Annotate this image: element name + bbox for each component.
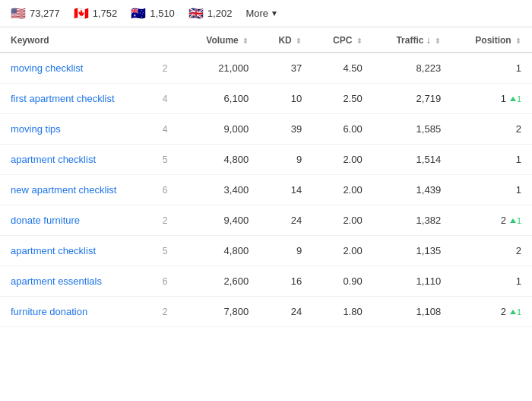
position-cell: 2 [451, 236, 532, 266]
kd-value: 24 [259, 205, 312, 236]
position-change: 1 [510, 216, 521, 225]
traffic-value: 1,514 [373, 145, 451, 175]
position-cell: 2 [451, 114, 532, 145]
keyword-cell[interactable]: apartment essentials [0, 266, 152, 297]
top-bar: 🇺🇸73,277🇨🇦1,752🇦🇺1,510🇬🇧1,202 More ▼ [0, 0, 532, 27]
table-row: moving checklist221,000374.508,2231 [0, 53, 532, 84]
position-change: 1 [510, 94, 521, 103]
col-cpc: CPC ⇕ [312, 27, 373, 53]
position-value: 1 [516, 275, 521, 287]
country-count: 1,752 [93, 8, 118, 19]
keyword-cell[interactable]: moving checklist [0, 53, 152, 84]
flag-icon: 🇬🇧 [188, 6, 204, 21]
flag-icon: 🇨🇦 [74, 6, 89, 21]
traffic-value: 1,135 [373, 236, 451, 266]
volume-sort-icon[interactable]: ⇕ [242, 37, 249, 45]
position-value: 1 [516, 62, 521, 74]
volume-value: 4,800 [183, 236, 259, 266]
up-arrow-icon [510, 310, 516, 314]
kd-sort-icon[interactable]: ⇕ [296, 37, 302, 45]
col-keyword: Keyword [0, 27, 152, 53]
keyword-cell[interactable]: donate furniture [0, 205, 152, 236]
col-count-spacer [152, 27, 183, 53]
volume-value: 6,100 [183, 84, 259, 114]
cpc-sort-icon[interactable]: ⇕ [356, 37, 363, 45]
cpc-value: 0.90 [312, 266, 373, 297]
volume-value: 2,600 [183, 266, 259, 297]
keyword-count: 2 [152, 205, 183, 236]
position-cell: 21 [451, 297, 532, 327]
change-value: 1 [517, 307, 521, 317]
col-traffic: Traffic ↓ ⇕ [373, 27, 451, 53]
kd-value: 24 [259, 297, 312, 327]
cpc-value: 4.50 [312, 53, 373, 84]
more-arrow: ▼ [271, 9, 278, 18]
country-item[interactable]: 🇺🇸73,277 [11, 6, 60, 21]
position-value: 2 [516, 123, 521, 135]
country-count: 1,510 [150, 8, 175, 19]
kd-value: 9 [259, 145, 312, 175]
cpc-value: 2.00 [312, 236, 373, 266]
table-row: apartment checklist54,80092.001,5141 [0, 145, 532, 175]
position-cell: 21 [451, 205, 532, 236]
cpc-value: 2.00 [312, 175, 373, 205]
position-value: 2 [501, 306, 506, 317]
cpc-value: 2.50 [312, 84, 373, 114]
keyword-cell[interactable]: apartment checklist [0, 145, 152, 175]
country-item[interactable]: 🇦🇺1,510 [131, 6, 175, 21]
traffic-value: 1,382 [373, 205, 451, 236]
keyword-cell[interactable]: moving tips [0, 114, 152, 145]
keyword-count: 2 [152, 53, 183, 84]
position-value: 1 [501, 93, 506, 104]
flag-icon: 🇺🇸 [11, 6, 26, 21]
country-item[interactable]: 🇨🇦1,752 [74, 6, 118, 21]
table-row: donate furniture29,400242.001,38221 [0, 205, 532, 236]
keywords-table: Keyword Volume ⇕ KD ⇕ CPC ⇕ Traffic ↓ ⇕ … [0, 27, 532, 327]
keyword-cell[interactable]: new apartment checklist [0, 175, 152, 205]
col-kd: KD ⇕ [259, 27, 312, 53]
keyword-cell[interactable]: furniture donation [0, 297, 152, 327]
more-label: More [245, 8, 268, 19]
position-value: 1 [516, 154, 521, 165]
kd-value: 39 [259, 114, 312, 145]
keyword-cell[interactable]: apartment checklist [0, 236, 152, 266]
position-sort-icon[interactable]: ⇕ [515, 37, 521, 45]
col-position: Position ⇕ [451, 27, 532, 53]
cpc-value: 2.00 [312, 145, 373, 175]
traffic-value: 8,223 [373, 53, 451, 84]
keyword-count: 6 [152, 266, 183, 297]
flag-icon: 🇦🇺 [131, 6, 146, 21]
position-cell: 11 [451, 84, 532, 114]
table-row: new apartment checklist63,400142.001,439… [0, 175, 532, 205]
traffic-sort-icon[interactable]: ⇕ [435, 37, 441, 45]
col-volume: Volume ⇕ [183, 27, 259, 53]
keyword-count: 2 [152, 297, 183, 327]
traffic-value: 1,585 [373, 114, 451, 145]
country-count: 73,277 [30, 8, 60, 19]
keyword-count: 4 [152, 114, 183, 145]
position-cell: 1 [451, 175, 532, 205]
kd-value: 9 [259, 236, 312, 266]
kd-value: 10 [259, 84, 312, 114]
traffic-value: 1,439 [373, 175, 451, 205]
volume-value: 4,800 [183, 145, 259, 175]
kd-value: 37 [259, 53, 312, 84]
position-cell: 1 [451, 266, 532, 297]
more-button[interactable]: More ▼ [245, 8, 278, 19]
volume-value: 7,800 [183, 297, 259, 327]
position-value: 2 [516, 245, 521, 256]
cpc-value: 1.80 [312, 297, 373, 327]
position-change: 1 [510, 307, 521, 317]
volume-value: 3,400 [183, 175, 259, 205]
cpc-value: 6.00 [312, 114, 373, 145]
position-cell: 1 [451, 53, 532, 84]
traffic-value: 1,108 [373, 297, 451, 327]
cpc-value: 2.00 [312, 205, 373, 236]
keyword-count: 4 [152, 84, 183, 114]
keyword-cell[interactable]: first apartment checklist [0, 84, 152, 114]
country-item[interactable]: 🇬🇧1,202 [188, 6, 233, 21]
volume-value: 9,000 [183, 114, 259, 145]
position-value: 1 [516, 184, 521, 196]
kd-value: 14 [259, 175, 312, 205]
volume-value: 21,000 [183, 53, 259, 84]
